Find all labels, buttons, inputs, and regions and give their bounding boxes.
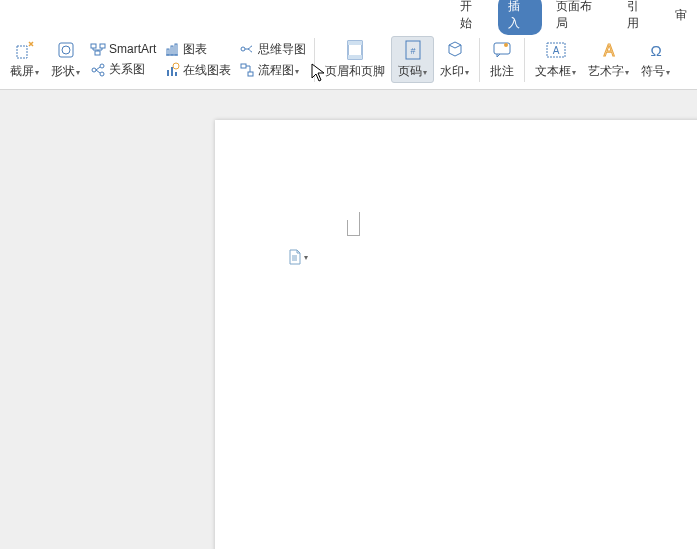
page-number-icon: #: [402, 39, 424, 61]
svg-rect-5: [95, 51, 100, 55]
svg-point-6: [92, 68, 96, 72]
document-page[interactable]: ▾: [215, 120, 697, 549]
page-number-label: 页码: [398, 64, 422, 78]
comment-icon: [491, 39, 513, 61]
svg-text:#: #: [410, 46, 415, 56]
svg-point-16: [241, 47, 245, 51]
document-workspace[interactable]: ▾: [0, 90, 697, 549]
svg-point-15: [173, 63, 179, 69]
smartart-icon: [90, 41, 106, 57]
shapes-label: 形状: [51, 64, 75, 78]
watermark-icon: [444, 39, 466, 61]
svg-point-8: [100, 72, 104, 76]
wordart-label: 艺术字: [588, 64, 624, 78]
tab-review[interactable]: 审: [665, 4, 697, 27]
wordart-icon: A: [598, 39, 620, 61]
comment-button[interactable]: 批注: [484, 37, 520, 82]
tab-reference[interactable]: 引用: [617, 0, 661, 35]
screenshot-icon: [14, 39, 36, 61]
shapes-icon: [55, 39, 77, 61]
svg-rect-14: [175, 72, 177, 76]
tab-insert[interactable]: 插入: [498, 0, 542, 35]
header-footer-label: 页眉和页脚: [325, 63, 385, 80]
relation-button[interactable]: 关系图: [90, 61, 156, 78]
online-chart-button[interactable]: 在线图表: [164, 62, 231, 79]
svg-rect-18: [248, 72, 253, 76]
shapes-button[interactable]: 形状▾: [45, 37, 86, 82]
online-chart-icon: [164, 62, 180, 78]
ribbon-insert: 截屏▾ 形状▾ SmartArt 关系图 图表: [0, 30, 697, 90]
svg-rect-10: [171, 46, 173, 55]
svg-rect-9: [167, 49, 169, 55]
chevron-down-icon: ▾: [304, 253, 308, 262]
watermark-label: 水印: [440, 64, 464, 78]
symbol-icon: Ω: [645, 39, 667, 61]
svg-point-25: [504, 43, 508, 47]
flowchart-icon: [239, 62, 255, 78]
textbox-button[interactable]: A 文本框▾: [529, 37, 582, 82]
screenshot-label: 截屏: [10, 64, 34, 78]
separator: [314, 38, 315, 82]
svg-rect-11: [175, 44, 177, 55]
header-footer-button[interactable]: 页眉和页脚: [319, 37, 391, 82]
chart-icon: [164, 41, 180, 57]
separator: [479, 38, 480, 82]
svg-rect-12: [167, 70, 169, 76]
page-number-button[interactable]: # 页码▾: [391, 36, 434, 83]
svg-rect-20: [348, 41, 362, 45]
symbol-label: 符号: [641, 64, 665, 78]
svg-point-7: [100, 64, 104, 68]
symbol-button[interactable]: Ω 符号▾: [635, 37, 676, 82]
relation-icon: [90, 62, 106, 78]
text-cursor: [347, 220, 359, 236]
comment-label: 批注: [490, 63, 514, 80]
mindmap-button[interactable]: 思维导图: [239, 41, 306, 58]
paragraph-options-icon[interactable]: ▾: [287, 249, 308, 265]
screenshot-button[interactable]: 截屏▾: [4, 37, 45, 82]
svg-rect-0: [17, 46, 27, 58]
svg-rect-1: [59, 43, 73, 57]
tab-layout[interactable]: 页面布局: [546, 0, 614, 35]
svg-rect-13: [171, 67, 173, 76]
svg-rect-3: [91, 44, 96, 48]
svg-point-2: [62, 46, 70, 54]
wordart-button[interactable]: A 艺术字▾: [582, 37, 635, 82]
separator: [524, 38, 525, 82]
svg-rect-21: [348, 55, 362, 59]
mindmap-icon: [239, 41, 255, 57]
chart-button[interactable]: 图表: [164, 41, 231, 58]
header-footer-icon: [344, 39, 366, 61]
svg-text:A: A: [553, 45, 560, 56]
flowchart-button[interactable]: 流程图▾: [239, 62, 306, 79]
tab-start[interactable]: 开始: [450, 0, 494, 35]
smartart-button[interactable]: SmartArt: [90, 41, 156, 57]
svg-text:A: A: [604, 42, 615, 59]
watermark-button[interactable]: 水印▾: [434, 37, 475, 82]
svg-text:Ω: Ω: [650, 42, 661, 59]
textbox-label: 文本框: [535, 64, 571, 78]
tab-bar: 开始 插入 页面布局 引用 审: [0, 0, 697, 30]
svg-rect-4: [100, 44, 105, 48]
svg-rect-17: [241, 64, 246, 68]
textbox-icon: A: [545, 39, 567, 61]
